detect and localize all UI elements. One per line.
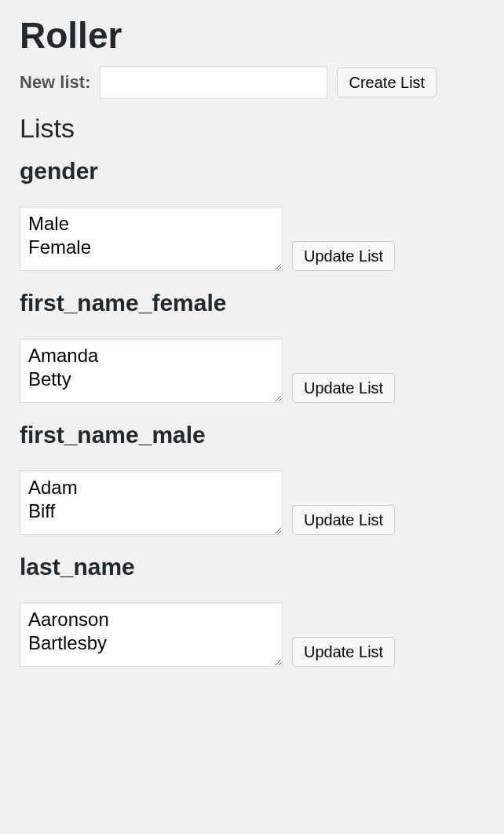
lists-heading: Lists (20, 113, 484, 144)
update-list-button[interactable]: Update List (292, 241, 395, 271)
list-block-gender: genderUpdate List (20, 158, 484, 271)
list-block-first_name_female: first_name_femaleUpdate List (20, 290, 484, 403)
list-title: gender (20, 158, 484, 185)
list-row: Update List (20, 470, 484, 535)
page-title: Roller (20, 14, 484, 57)
list-textarea-gender[interactable] (20, 207, 283, 271)
new-list-row: New list: Create List (20, 66, 484, 99)
list-title: last_name (20, 554, 484, 580)
update-list-button[interactable]: Update List (292, 637, 395, 667)
list-row: Update List (20, 338, 484, 403)
create-list-button[interactable]: Create List (337, 68, 436, 97)
list-textarea-last_name[interactable] (20, 602, 283, 667)
list-block-first_name_male: first_name_maleUpdate List (20, 422, 484, 535)
update-list-button[interactable]: Update List (292, 373, 395, 403)
new-list-input[interactable] (100, 66, 327, 99)
list-textarea-first_name_female[interactable] (20, 338, 283, 403)
list-textarea-first_name_male[interactable] (20, 470, 283, 535)
list-title: first_name_female (20, 290, 484, 316)
list-block-last_name: last_nameUpdate List (20, 554, 484, 667)
update-list-button[interactable]: Update List (292, 505, 395, 535)
list-row: Update List (20, 207, 484, 271)
list-title: first_name_male (20, 422, 484, 448)
list-row: Update List (20, 602, 484, 667)
new-list-label: New list: (20, 72, 90, 93)
